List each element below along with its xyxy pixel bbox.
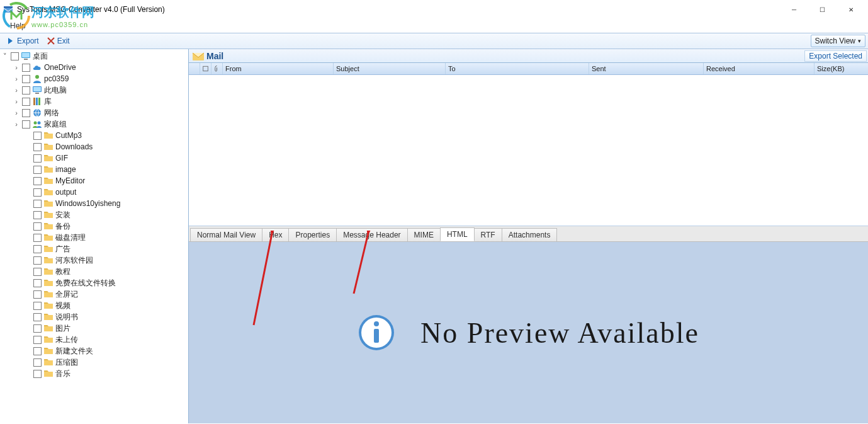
expand-icon[interactable]: › (13, 64, 20, 71)
folder-icon (43, 346, 54, 356)
tree-folder[interactable]: 图片 (1, 323, 187, 334)
tree-folder[interactable]: output (1, 186, 187, 198)
tab-properties[interactable]: Properties (288, 228, 337, 241)
checkbox[interactable] (33, 245, 42, 253)
checkbox[interactable] (33, 188, 42, 197)
tree-folder[interactable]: 压缩图 (1, 357, 187, 368)
tree-folder[interactable]: 磁盘清理 (1, 232, 187, 243)
mail-column-headers: From Subject To Sent Received Size(KB) (189, 63, 868, 75)
tree-folder[interactable]: 河东软件园 (1, 255, 187, 266)
checkbox[interactable] (22, 98, 30, 106)
checkbox[interactable] (33, 324, 42, 333)
tab-hex[interactable]: Hex (262, 228, 289, 241)
col-attachment[interactable] (211, 63, 223, 74)
switch-view-button[interactable]: Switch View ▾ (811, 35, 865, 47)
col-flag[interactable] (200, 63, 211, 74)
tree-item-cloud[interactable]: ›OneDrive (1, 62, 187, 73)
tree-folder[interactable]: 教程 (1, 266, 187, 277)
tree-folder[interactable]: Windows10yisheng (1, 198, 187, 209)
tab-mime[interactable]: MIME (407, 228, 441, 241)
checkbox[interactable] (33, 302, 42, 310)
col-size[interactable]: Size(KB) (814, 63, 868, 74)
tab-attachments[interactable]: Attachments (502, 228, 558, 241)
checkbox[interactable] (33, 279, 42, 287)
tree-item-lib[interactable]: ›库 (1, 96, 187, 107)
app-icon (3, 4, 13, 14)
tree-item-net[interactable]: ›网络 (1, 107, 187, 118)
checkbox[interactable] (22, 109, 30, 117)
checkbox[interactable] (33, 222, 42, 231)
tree-folder[interactable]: 未上传 (1, 334, 187, 345)
expand-icon[interactable]: › (13, 98, 20, 105)
col-from[interactable]: From (223, 63, 334, 74)
tree-folder[interactable]: 音乐 (1, 368, 187, 379)
col-received[interactable]: Received (704, 63, 814, 74)
tree-item-group[interactable]: ›家庭组 (1, 118, 187, 130)
col-select[interactable] (189, 63, 200, 74)
tree-folder[interactable]: GIF (1, 152, 187, 164)
export-selected-button[interactable]: Export Selected (804, 50, 867, 62)
tree-item-pc[interactable]: ›此电脑 (1, 84, 187, 96)
checkbox[interactable] (33, 200, 42, 208)
tree-folder[interactable]: 安装 (1, 209, 187, 221)
tree-item-label: 库 (44, 96, 54, 107)
tree-root[interactable]: ˅ 桌面 (1, 50, 187, 62)
checkbox[interactable] (33, 358, 42, 367)
expand-icon[interactable]: › (13, 86, 20, 94)
checkbox[interactable] (22, 64, 30, 72)
col-sent[interactable]: Sent (589, 63, 704, 74)
checkbox[interactable] (33, 336, 42, 344)
expand-icon[interactable]: › (13, 120, 20, 128)
tab-normal[interactable]: Normal Mail View (190, 228, 262, 241)
tree-folder[interactable]: CutMp3 (1, 130, 187, 141)
tree-folder[interactable]: 说明书 (1, 311, 187, 323)
checkbox[interactable] (22, 86, 30, 95)
tab-message-header[interactable]: Message Header (336, 228, 407, 241)
checkbox[interactable] (33, 234, 42, 242)
checkbox[interactable] (33, 347, 42, 355)
checkbox[interactable] (33, 256, 42, 265)
collapse-icon[interactable]: ˅ (1, 52, 9, 60)
tree-folder[interactable]: 视频 (1, 300, 187, 311)
checkbox[interactable] (33, 370, 42, 378)
checkbox[interactable] (11, 52, 19, 60)
export-button[interactable]: Export (3, 35, 43, 47)
maximize-button[interactable]: ☐ (808, 0, 837, 19)
checkbox[interactable] (22, 75, 30, 83)
tree-item-user[interactable]: ›pc0359 (1, 73, 187, 84)
menu-help[interactable]: Help (5, 20, 31, 32)
export-icon (6, 37, 15, 45)
checkbox[interactable] (33, 177, 42, 185)
checkbox[interactable] (22, 120, 30, 129)
mail-list[interactable] (189, 75, 868, 226)
tree-folder-label: 安装 (55, 210, 73, 221)
checkbox[interactable] (33, 290, 42, 299)
expand-icon[interactable]: › (13, 109, 20, 117)
col-subject[interactable]: Subject (334, 63, 446, 74)
tree-folder[interactable]: 新建文件夹 (1, 345, 187, 357)
tab-rtf[interactable]: RTF (474, 228, 502, 241)
close-button[interactable]: ✕ (837, 0, 865, 19)
checkbox[interactable] (33, 154, 42, 163)
checkbox[interactable] (33, 166, 42, 174)
expand-icon[interactable]: › (13, 75, 20, 83)
checkbox[interactable] (33, 143, 42, 151)
minimize-button[interactable]: ─ (780, 0, 808, 19)
tree-folder-label: 备份 (55, 221, 73, 232)
checkbox[interactable] (33, 211, 42, 219)
preview-panel: No Preview Available (189, 241, 868, 423)
tree-folder[interactable]: 广告 (1, 243, 187, 255)
tab-html[interactable]: HTML (440, 227, 475, 241)
exit-button[interactable]: Exit (43, 35, 74, 47)
tree-folder[interactable]: 免费在线文件转换 (1, 277, 187, 289)
tree-folder[interactable]: 备份 (1, 221, 187, 232)
tree-folder[interactable]: MyEditor (1, 175, 187, 186)
tree-folder[interactable]: Downloads (1, 141, 187, 152)
checkbox[interactable] (33, 268, 42, 276)
col-to[interactable]: To (446, 63, 589, 74)
folder-tree[interactable]: ˅ 桌面 ›OneDrive›pc0359›此电脑›库›网络›家庭组 CutMp… (0, 49, 189, 423)
tree-folder[interactable]: image (1, 164, 187, 175)
tree-folder[interactable]: 全屏记 (1, 289, 187, 300)
checkbox[interactable] (33, 313, 42, 321)
checkbox[interactable] (33, 132, 42, 140)
